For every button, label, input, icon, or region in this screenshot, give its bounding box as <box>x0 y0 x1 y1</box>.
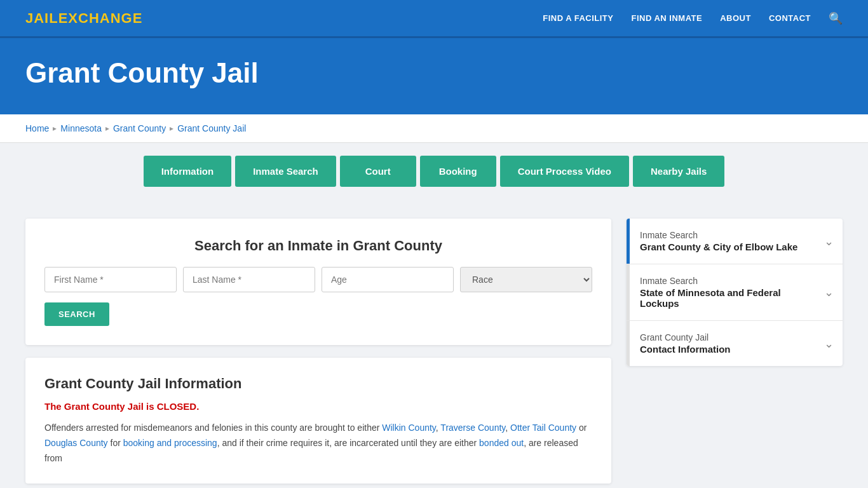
main-panel: Search for an Inmate in Grant County Rac… <box>25 219 611 484</box>
sidebar-title-3: Grant County Jail <box>640 332 805 342</box>
age-input[interactable] <box>322 267 454 292</box>
sidebar-subtitle-2: State of Minnesota and Federal Lockups <box>640 287 805 309</box>
tab-bar: Information Inmate Search Court Booking … <box>0 143 868 200</box>
first-name-input[interactable] <box>44 267 177 292</box>
breadcrumb-sep-2: ▸ <box>105 124 109 133</box>
breadcrumb-minnesota[interactable]: Minnesota <box>60 123 102 133</box>
breadcrumb-sep-1: ▸ <box>53 124 57 133</box>
sidebar-subtitle-3: Contact Information <box>640 344 805 355</box>
sidebar-content-1: Inmate Search Grant County & City of Elb… <box>630 219 815 264</box>
info-body: Offenders arrested for misdemeanors and … <box>44 421 592 466</box>
chevron-down-icon-2[interactable]: ⌄ <box>815 264 843 320</box>
link-wilkin[interactable]: Wilkin County <box>382 423 436 433</box>
link-traverse[interactable]: Traverse County <box>440 423 505 433</box>
nav-find-inmate[interactable]: FIND AN INMATE <box>631 13 702 23</box>
logo-highlight: EXCHANGE <box>58 10 143 26</box>
search-fields: Race White Black Hispanic Asian Other <box>44 267 592 292</box>
logo-prefix: JAIL <box>25 10 58 26</box>
sidebar-item-2[interactable]: Inmate Search State of Minnesota and Fed… <box>627 264 843 321</box>
nav-contact[interactable]: CONTACT <box>769 13 811 23</box>
link-otter-tail[interactable]: Otter Tail County <box>510 423 576 433</box>
breadcrumb-grant-county[interactable]: Grant County <box>113 123 166 133</box>
tab-booking[interactable]: Booking <box>420 156 496 187</box>
main-nav: JAILEXCHANGE FIND A FACILITY FIND AN INM… <box>0 0 868 38</box>
sidebar-title-2: Inmate Search <box>640 276 805 286</box>
race-select[interactable]: Race White Black Hispanic Asian Other <box>460 267 592 292</box>
tab-court[interactable]: Court <box>340 156 416 187</box>
sidebar-item-3[interactable]: Grant County Jail Contact Information ⌄ <box>627 321 843 366</box>
page-title: Grant County Jail <box>25 57 843 89</box>
link-bonded[interactable]: bonded out <box>479 438 524 448</box>
breadcrumb-sep-3: ▸ <box>170 124 173 133</box>
sidebar-content-3: Grant County Jail Contact Information <box>630 321 815 366</box>
tab-inmate-search[interactable]: Inmate Search <box>235 156 336 187</box>
tab-court-process-video[interactable]: Court Process Video <box>500 156 629 187</box>
sidebar-title-1: Inmate Search <box>640 230 805 240</box>
nav-find-facility[interactable]: FIND A FACILITY <box>543 13 613 23</box>
sidebar-item-1[interactable]: Inmate Search Grant County & City of Elb… <box>627 219 843 264</box>
content-wrapper: Search for an Inmate in Grant County Rac… <box>0 200 868 488</box>
sidebar: Inmate Search Grant County & City of Elb… <box>627 219 843 366</box>
breadcrumb-home[interactable]: Home <box>25 123 49 133</box>
chevron-down-icon-1[interactable]: ⌄ <box>815 219 843 264</box>
nav-about[interactable]: ABOUT <box>720 13 751 23</box>
search-card: Search for an Inmate in Grant County Rac… <box>25 219 611 345</box>
info-card: Grant County Jail Information The Grant … <box>25 358 611 484</box>
chevron-down-icon-3[interactable]: ⌄ <box>815 321 843 366</box>
closed-notice: The Grant County Jail is CLOSED. <box>44 401 592 412</box>
info-title: Grant County Jail Information <box>44 376 592 392</box>
search-button[interactable]: SEARCH <box>44 302 109 326</box>
search-icon[interactable]: 🔍 <box>829 11 843 25</box>
tab-nearby-jails[interactable]: Nearby Jails <box>633 156 724 187</box>
breadcrumb: Home ▸ Minnesota ▸ Grant County ▸ Grant … <box>25 123 843 133</box>
search-title: Search for an Inmate in Grant County <box>44 238 592 254</box>
sidebar-content-2: Inmate Search State of Minnesota and Fed… <box>630 264 815 320</box>
breadcrumb-bar: Home ▸ Minnesota ▸ Grant County ▸ Grant … <box>0 114 868 143</box>
breadcrumb-current: Grant County Jail <box>177 123 246 133</box>
logo[interactable]: JAILEXCHANGE <box>25 10 142 27</box>
link-booking[interactable]: booking and processing <box>123 438 217 448</box>
nav-links: FIND A FACILITY FIND AN INMATE ABOUT CON… <box>543 11 843 25</box>
last-name-input[interactable] <box>183 267 315 292</box>
hero-section: Grant County Jail <box>0 38 868 114</box>
tab-information[interactable]: Information <box>144 156 232 187</box>
link-douglas[interactable]: Douglas County <box>44 438 108 448</box>
sidebar-subtitle-1: Grant County & City of Elbow Lake <box>640 241 805 252</box>
